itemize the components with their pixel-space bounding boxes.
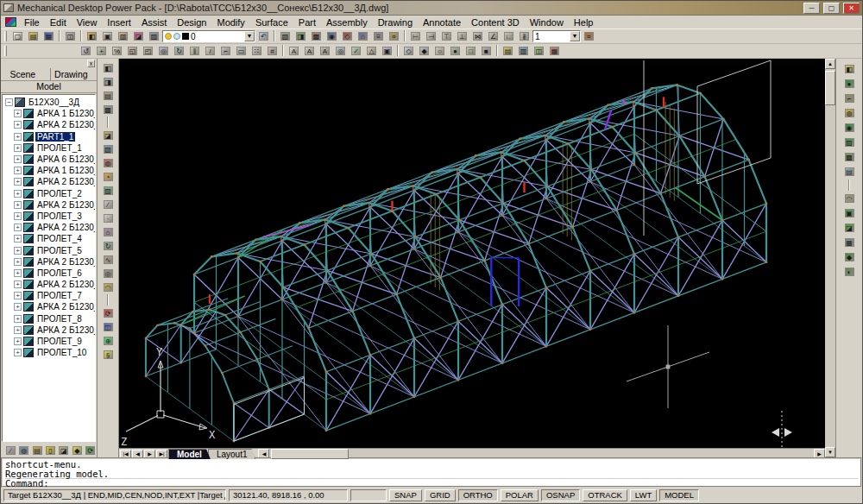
- command-prompt[interactable]: Command:: [5, 478, 858, 488]
- front-view-icon[interactable]: ⊢: [408, 30, 423, 43]
- fillet-icon[interactable]: ⌐: [218, 45, 233, 58]
- expand-icon[interactable]: +: [14, 292, 22, 299]
- tree-item[interactable]: +АРКА 2 Б1230_1: [3, 119, 95, 130]
- text-style-icon[interactable]: ▣: [380, 45, 394, 58]
- fog-icon[interactable]: ▩: [841, 150, 858, 164]
- edit-text-icon[interactable]: A: [318, 45, 332, 58]
- maximize-button[interactable]: ▢: [823, 3, 840, 14]
- zoom-center-icon[interactable]: ◎: [156, 45, 171, 58]
- statistics-icon[interactable]: ▦: [841, 236, 858, 249]
- options-icon[interactable]: ¤: [387, 30, 401, 43]
- horizontal-scrollbar[interactable]: ◀ ▶: [258, 449, 825, 459]
- expand-icon[interactable]: +: [14, 258, 22, 266]
- tree-item[interactable]: +ПРОЛЕТ_3: [3, 211, 95, 222]
- expand-icon[interactable]: +: [14, 167, 22, 174]
- hole-icon[interactable]: ◎: [99, 267, 117, 280]
- tree-item[interactable]: +ПРОЛЕТ_8: [3, 313, 95, 324]
- expand-icon[interactable]: +: [14, 280, 22, 288]
- orbit-icon[interactable]: ↻: [172, 45, 186, 58]
- menu-item-edit[interactable]: Edit: [45, 16, 72, 28]
- analysis-icon[interactable]: §: [99, 348, 117, 361]
- iso-view-icon[interactable]: ⊥: [455, 30, 469, 43]
- scale-combo-dropdown-icon[interactable]: ▼: [570, 31, 580, 41]
- menu-item-window[interactable]: Window: [525, 16, 569, 28]
- menu-item-part[interactable]: Part: [293, 16, 321, 28]
- edit-link-icon[interactable]: ∕: [4, 444, 16, 457]
- sketch-view-icon[interactable]: ▧: [278, 30, 293, 43]
- fillet3d-icon[interactable]: ◠: [99, 280, 117, 293]
- layer-combo[interactable]: 0 ▼: [162, 30, 255, 42]
- scale-combo[interactable]: 1 ▼: [532, 30, 581, 42]
- part-catalog-icon[interactable]: ◍: [17, 444, 29, 457]
- toolbar-grip[interactable]: [4, 46, 7, 56]
- detail-icon[interactable]: ⌂: [356, 30, 370, 43]
- minimize-button[interactable]: ─: [803, 3, 820, 14]
- background-icon[interactable]: ▨: [841, 135, 858, 149]
- menu-item-file[interactable]: File: [19, 16, 45, 28]
- expand-icon[interactable]: +: [14, 235, 22, 243]
- toolbar-grip[interactable]: [4, 31, 7, 41]
- target-icon[interactable]: ◆: [71, 444, 83, 457]
- tree-item[interactable]: +ПРОЛЕТ_9: [3, 336, 95, 347]
- tree-item[interactable]: +АРКА 2 Б1230_4: [3, 222, 95, 233]
- trash-icon[interactable]: ▯: [44, 444, 56, 457]
- render-icon[interactable]: ◧: [841, 62, 858, 76]
- tree-item[interactable]: +ПРОЛЕТ_10: [3, 347, 95, 358]
- 3d-orbit-icon[interactable]: ●: [448, 45, 463, 58]
- angle-view-icon[interactable]: ∟: [501, 30, 516, 43]
- sketch-icon[interactable]: ◪: [99, 129, 117, 142]
- new-file-icon[interactable]: ▢: [10, 30, 25, 43]
- plot-preview-icon[interactable]: ◫: [63, 30, 78, 43]
- zoom-window-icon[interactable]: ◱: [125, 45, 140, 58]
- mapping-icon[interactable]: ◉: [841, 121, 858, 135]
- constraint-icon[interactable]: ◍: [99, 156, 117, 169]
- expand-icon[interactable]: +: [14, 315, 22, 323]
- tab-scene[interactable]: Scene: [6, 68, 39, 80]
- expand-icon[interactable]: +: [14, 155, 22, 163]
- tree-item[interactable]: +АРКА 2 Б1230_2: [3, 176, 95, 187]
- workplane-icon[interactable]: ▨: [99, 184, 117, 197]
- mtext-icon[interactable]: A: [287, 45, 301, 58]
- close-button[interactable]: ✕: [843, 3, 860, 14]
- named-views-icon[interactable]: ○: [432, 45, 447, 58]
- folder-icon[interactable]: ▤: [31, 444, 43, 457]
- array-icon[interactable]: ∷: [249, 45, 264, 58]
- scroll-up-icon[interactable]: ▲: [825, 59, 835, 69]
- format-painter-icon[interactable]: ◪: [131, 30, 146, 43]
- document-icon[interactable]: [5, 17, 16, 27]
- tree-item[interactable]: +ПРОЛЕТ_7: [3, 290, 95, 301]
- expand-icon[interactable]: +: [14, 121, 22, 129]
- tree-item[interactable]: +АРКА 1 Б1230_1: [3, 108, 95, 119]
- menu-item-content-3d[interactable]: Content 3D: [466, 16, 525, 28]
- expand-icon[interactable]: +: [14, 133, 22, 141]
- menu-item-modify[interactable]: Modify: [211, 16, 249, 28]
- expand-icon[interactable]: +: [14, 269, 22, 277]
- tree-item[interactable]: +АРКА 6 Б1230_1: [3, 154, 95, 165]
- landscape-edit-icon[interactable]: ◠: [841, 192, 858, 205]
- tree-root[interactable]: − Б12X30__3Д: [3, 97, 95, 108]
- new-view-icon[interactable]: ◨: [293, 30, 308, 43]
- design-center-icon[interactable]: ▥: [516, 45, 531, 58]
- tree-item[interactable]: +ПРОЛЕТ_6: [3, 268, 95, 279]
- view-slide-icon[interactable]: ◐: [841, 265, 858, 279]
- menu-item-design[interactable]: Design: [172, 16, 211, 28]
- tree-item[interactable]: +АРКА 2 Б1230_3: [3, 199, 95, 211]
- side-view-icon[interactable]: ⊤: [439, 30, 454, 43]
- construction-line-icon[interactable]: /: [203, 45, 217, 58]
- toolbody-icon[interactable]: ▩: [99, 103, 117, 116]
- bom-icon[interactable]: ≡: [371, 30, 386, 43]
- landscape-library-icon[interactable]: ▣: [841, 206, 858, 220]
- menu-item-view[interactable]: View: [72, 16, 103, 28]
- menu-item-drawing[interactable]: Drawing: [373, 16, 418, 28]
- offset-icon[interactable]: ∥: [187, 45, 202, 58]
- status-toggle-ortho[interactable]: ORTHO: [458, 489, 498, 501]
- tree-item[interactable]: +PART1_1: [3, 131, 95, 142]
- distance-icon[interactable]: ■: [479, 45, 494, 58]
- tree-item[interactable]: +АРКА 2 Б1230_6: [3, 256, 95, 268]
- command-line-area[interactable]: shortcut-menu. Regenerating model. Comma…: [1, 457, 862, 488]
- menu-item-assist[interactable]: Assist: [136, 16, 172, 28]
- expand-icon[interactable]: +: [14, 349, 22, 356]
- rectangle-icon[interactable]: ▭: [234, 45, 249, 58]
- print-icon[interactable]: ▨: [147, 30, 161, 43]
- collapse-icon[interactable]: −: [5, 98, 13, 106]
